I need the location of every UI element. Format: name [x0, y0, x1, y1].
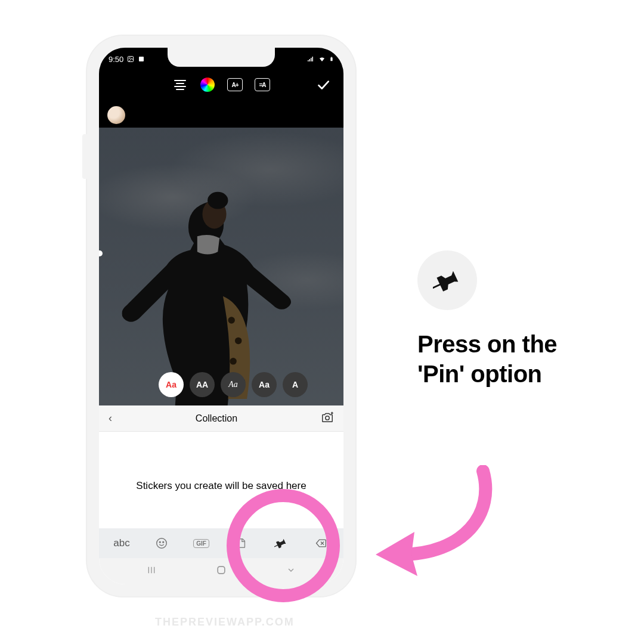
svg-point-1	[208, 192, 228, 209]
recent-apps-button[interactable]	[145, 565, 157, 577]
android-nav-bar	[99, 558, 343, 584]
font-chip-0[interactable]: Aa	[159, 372, 184, 397]
collection-empty-state: Stickers you create will be saved here	[99, 432, 343, 528]
story-editor: 9:50	[99, 48, 343, 405]
svg-point-11	[326, 416, 329, 419]
check-icon	[315, 77, 331, 92]
story-photo	[99, 128, 343, 405]
signal-icon	[306, 55, 315, 63]
svg-rect-10	[331, 57, 332, 57]
abc-key[interactable]: abc	[110, 533, 134, 553]
add-camera-button[interactable]	[321, 411, 334, 426]
home-icon	[215, 564, 227, 576]
sticker-key[interactable]	[229, 533, 253, 553]
text-editor-toolbar: A+ =A	[99, 72, 343, 98]
status-time: 9:50	[109, 55, 123, 64]
pin-callout-circle	[417, 250, 477, 310]
user-header: suwelly_soh	[99, 103, 343, 128]
collection-panel: ‹ Collection Stickers you create will be…	[99, 405, 343, 584]
backspace-icon	[314, 537, 328, 549]
svg-point-4	[230, 358, 236, 364]
pin-icon	[274, 537, 287, 550]
text-align-button[interactable]	[172, 76, 188, 93]
svg-point-14	[163, 541, 164, 543]
svg-rect-9	[330, 57, 332, 61]
text-size-button[interactable]: A+	[227, 76, 243, 93]
keyboard-toolbar: abc GIF	[99, 528, 343, 558]
color-picker-button[interactable]	[199, 76, 216, 93]
done-button[interactable]	[315, 76, 332, 93]
chevron-down-icon	[285, 565, 297, 575]
collection-title: Collection	[196, 413, 237, 424]
text-style-button[interactable]: =A	[254, 76, 271, 93]
phone-mockup: 9:50	[87, 36, 355, 596]
camera-plus-icon	[321, 411, 334, 424]
recent-icon	[145, 565, 157, 575]
phone-notch	[168, 48, 275, 67]
notification-icon	[138, 55, 145, 63]
phone-screen: 9:50	[99, 48, 343, 584]
svg-rect-18	[218, 566, 225, 574]
instruction-text: Press on the 'Pin' option	[417, 329, 608, 389]
svg-point-3	[235, 338, 242, 344]
svg-point-13	[159, 541, 160, 543]
home-button[interactable]	[215, 564, 227, 578]
svg-point-7	[129, 58, 131, 59]
pointer-arrow	[358, 465, 513, 584]
back-nav-button[interactable]	[285, 565, 297, 577]
image-icon	[127, 55, 134, 63]
font-style-row: AaAAAaAaA	[99, 372, 343, 397]
emoji-key[interactable]	[150, 533, 174, 553]
pin-icon	[433, 266, 462, 295]
gif-key[interactable]: GIF	[190, 533, 213, 553]
font-chip-1[interactable]: AA	[190, 372, 215, 397]
battery-icon	[329, 55, 334, 63]
font-chip-4[interactable]: A	[283, 372, 308, 397]
wifi-icon	[317, 55, 327, 63]
instruction-callout: Press on the 'Pin' option	[417, 250, 608, 389]
font-chip-2[interactable]: Aa	[221, 372, 246, 397]
collection-header: ‹ Collection	[99, 405, 343, 432]
avatar[interactable]	[107, 106, 125, 124]
font-chip-3[interactable]: Aa	[252, 372, 277, 397]
watermark: THEPREVIEWAPP.COM	[155, 616, 295, 628]
sticker-icon	[234, 537, 247, 550]
backspace-key[interactable]	[309, 533, 333, 553]
back-button[interactable]: ‹	[109, 412, 112, 425]
svg-rect-8	[139, 57, 144, 61]
pin-key[interactable]	[269, 533, 293, 553]
smile-icon	[155, 537, 168, 550]
collection-empty-text: Stickers you create will be saved here	[136, 480, 306, 492]
username[interactable]: suwelly_soh	[131, 110, 180, 120]
svg-point-12	[157, 538, 167, 549]
svg-point-2	[228, 317, 234, 323]
